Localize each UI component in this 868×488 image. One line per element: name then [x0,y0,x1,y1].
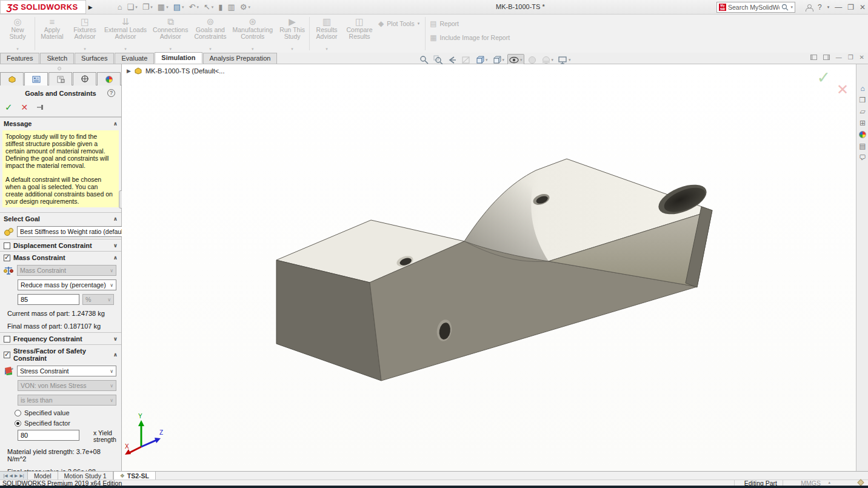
panel-help-button[interactable]: ? [107,89,115,97]
expand-chevron-icon[interactable]: ∨ [113,242,118,249]
restore-button[interactable]: ❐ [847,3,854,12]
forum-icon[interactable]: 🗩 [856,152,868,163]
view-orientation-icon[interactable]: ▾ [474,55,489,65]
collapse-chevron-icon[interactable]: ∧ [113,216,118,222]
options-list-icon[interactable]: ▥ [225,2,236,12]
help-button[interactable]: ? [818,3,822,12]
search-input[interactable]: Search MySolidWorks [728,4,780,11]
results-advisor-button[interactable]: ▥ Results Advisor ▾ [310,15,343,53]
collapse-chevron-icon[interactable]: ∧ [113,255,118,261]
stress-checkbox[interactable] [4,352,10,358]
cancel-button[interactable]: ✕ [21,102,28,112]
run-this-study-button[interactable]: ▶ Run This Study ▾ [276,15,309,53]
view-settings-icon[interactable]: ▾ [556,55,572,65]
undo-icon[interactable]: ↶▾ [187,2,200,12]
factor-value-input[interactable] [18,430,79,441]
mass-constraint-header[interactable]: Mass Constraint ∧ [0,251,121,263]
doc-close-icon[interactable]: ✕ [860,54,864,61]
new-document-icon[interactable]: ❏▾ [125,2,139,12]
section-view-icon[interactable] [460,55,472,65]
plot-tools-button[interactable]: ◆ Plot Tools ▾ [378,18,419,29]
zoom-to-fit-icon[interactable] [418,55,430,65]
confirmation-cancel-icon[interactable]: ✕ [836,81,849,98]
apply-scene-icon[interactable]: ▾ [540,55,555,65]
tab-surfaces[interactable]: Surfaces [75,53,114,64]
stress-constraint-header[interactable]: Stress/Factor of Safety Constraint ∧ [0,344,121,364]
compare-results-button[interactable]: ◫ Compare Results [343,15,376,53]
ok-button[interactable]: ✓ [5,102,13,113]
message-section-header[interactable]: Message ∧ [0,117,121,129]
displacement-constraint-header[interactable]: Displacement Constraint ∨ [0,239,121,251]
mass-method-dropdown[interactable]: Reduce mass by (percentage) ∨ [18,279,116,290]
panel-grip-handle[interactable] [58,67,61,70]
save-icon[interactable]: ▦▾ [156,2,170,12]
settings-gear-icon[interactable]: ⚙▾ [238,2,252,12]
tab-configurationmanager[interactable] [48,72,72,85]
solidworks-logo[interactable]: ƷS SOLIDWORKS [0,0,86,14]
close-button[interactable]: ✕ [860,3,866,12]
tab-propertymanager[interactable] [24,72,48,85]
stress-type-dropdown[interactable]: Stress Constraint ∨ [17,366,116,376]
external-loads-advisor-button[interactable]: ⇊ External Loads Advisor ▾ [101,15,150,53]
mass-checkbox[interactable] [4,255,10,261]
frequency-checkbox[interactable] [4,336,10,343]
edit-appearance-icon[interactable] [526,55,538,65]
select-goal-section-header[interactable]: Select Goal ∧ [0,212,121,224]
tab-dimxpertmanager[interactable] [73,72,96,85]
goal-dropdown[interactable]: Best Stiffness to Weight ratio (defaul ∨ [17,226,129,237]
specified-value-radio[interactable] [15,410,21,416]
select-icon[interactable]: ↖▾ [202,2,215,12]
apply-material-button[interactable]: ≡ Apply Material [36,15,68,53]
login-user-icon[interactable] [806,4,812,11]
search-dropdown-icon[interactable]: ▾ [790,5,793,10]
fixtures-advisor-button[interactable]: ◳ Fixtures Advisor ▾ [68,15,101,53]
flyout-feature-tree[interactable]: ▶ MK-B-1000-TS (Default<... [127,67,224,75]
doc-restore-icon[interactable]: ❐ [848,54,853,61]
file-explorer-icon[interactable]: ▱ [856,105,868,117]
pin-icon[interactable] [36,104,45,111]
view-palette-icon[interactable]: ⊞ [856,117,868,129]
flyout-arrow-icon[interactable]: ▾ [418,21,420,26]
flyout-arrow-icon[interactable]: ▾ [84,45,86,52]
flyout-arrow-icon[interactable]: ▾ [16,45,19,52]
help-dropdown-icon[interactable]: ▾ [827,5,830,10]
tree-root-label[interactable]: MK-B-1000-TS (Default<... [145,67,225,75]
print-icon[interactable]: ▤▾ [172,2,186,12]
tab-evaluate[interactable]: Evaluate [115,53,154,64]
minimize-button[interactable]: — [835,3,842,12]
displacement-checkbox[interactable] [4,242,10,249]
flyout-arrow-icon[interactable]: ▾ [169,45,172,52]
tab-motion-study-1[interactable]: Motion Study 1 [58,472,113,480]
flyout-arrow-icon[interactable]: ▾ [291,45,293,52]
previous-view-icon[interactable] [446,55,458,65]
include-image-for-report-button[interactable]: ▦ Include Image for Report [430,32,510,43]
specified-value-option[interactable]: Specified value [0,407,121,418]
home-icon[interactable]: ⌂ [116,2,124,12]
dock-pane-left-icon[interactable] [810,55,817,60]
tree-expand-arrow-icon[interactable]: ▶ [127,68,131,74]
connections-advisor-button[interactable]: ⧉ Connections Advisor ▾ [150,15,191,53]
home-tab-icon[interactable]: ⌂ [856,82,868,94]
appearances-scenes-icon[interactable] [856,129,868,140]
tags-icon[interactable] [857,479,864,486]
selection-filter-icon[interactable]: ▮ [216,2,224,12]
doc-minimize-icon[interactable]: — [836,54,842,61]
mass-percentage-input[interactable] [18,294,79,305]
specified-factor-option[interactable]: Specified factor [0,418,121,428]
tab-model[interactable]: Model [28,472,58,480]
new-study-button[interactable]: ◎ New Study ▾ [1,15,34,53]
report-button[interactable]: ▤ Report [430,18,510,29]
open-document-icon[interactable]: ❐▾ [141,2,155,12]
tab-scroll-buttons[interactable]: |◀◀ ▶▶| [0,472,28,480]
specified-factor-radio[interactable] [15,420,21,427]
flyout-arrow-icon[interactable]: ▾ [209,45,212,52]
search-icon[interactable] [781,4,789,11]
design-library-icon[interactable]: ❒ [856,94,868,105]
tab-features[interactable]: Features [0,53,39,64]
tab-sketch[interactable]: Sketch [40,53,74,64]
menu-expand-arrow-icon[interactable]: ▶ [88,4,93,10]
custom-properties-icon[interactable]: ▤ [856,140,868,152]
collapse-chevron-icon[interactable]: ∧ [113,121,118,127]
tab-analysis-preparation[interactable]: Analysis Preparation [203,53,278,64]
display-style-icon[interactable]: ▾ [491,55,506,65]
